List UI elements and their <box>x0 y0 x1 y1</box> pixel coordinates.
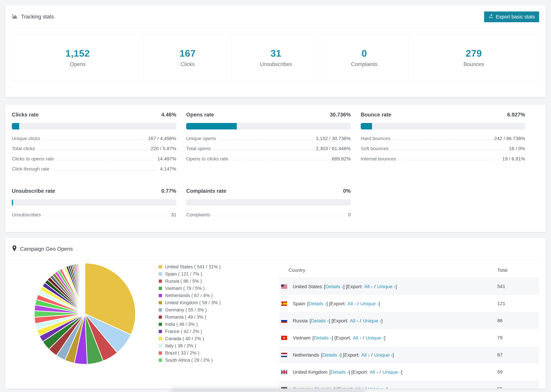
export-all-link[interactable]: All › <box>347 301 356 306</box>
country-cell: Spain[Details ›] [Export:All ›/Unique ›] <box>293 301 497 307</box>
geo-opens-pie-chart <box>34 262 136 365</box>
export-unique-link[interactable]: Unique › <box>366 335 384 341</box>
export-all-link[interactable]: All › <box>353 335 361 341</box>
bracket: ] <box>381 318 382 323</box>
rate-panel: Bounce rate 6.927% Hard bounces 242 / 86… <box>361 112 525 177</box>
rate-progress-fill <box>12 199 13 206</box>
legend-item: United States ( 541 / 31% ) <box>158 265 221 269</box>
rate-detail-row: Total opens 2,303 / 61.446% <box>186 146 351 151</box>
rate-detail-row: Unsubscribes 31 <box>12 212 176 217</box>
details-link[interactable]: Details › <box>331 369 349 375</box>
bracket: [ <box>307 301 309 306</box>
details-link[interactable]: Details › <box>325 284 343 289</box>
export-unique-link[interactable]: Unique › <box>374 352 393 358</box>
summary-stat-box: 31 Unsubscribes <box>232 34 320 81</box>
total-cell: 541 <box>497 284 539 289</box>
total-cell: 55 <box>497 386 539 389</box>
legend-label: Netherlands ( 67 / 4% ) <box>165 293 213 298</box>
export-all-link[interactable]: All › <box>370 369 378 375</box>
summary-stat-value: 31 <box>270 48 281 59</box>
rate-panel: Clicks rate 4.46% Unique clicks 167 / 4.… <box>12 112 176 177</box>
export-unique-link[interactable]: Unique › <box>382 369 401 375</box>
export-basic-stats-button[interactable]: Export basic stats <box>484 11 539 22</box>
legend-item: Russia ( 86 / 5% ) <box>158 279 221 283</box>
total-cell: 79 <box>497 335 539 341</box>
rate-detail-row: Total clicks 220 / 5.87% <box>12 146 176 151</box>
rate-progress-bar <box>361 123 525 129</box>
country-cell: United States[Details ›] [Export:All ›/U… <box>293 284 497 289</box>
rate-progress-fill <box>186 123 237 129</box>
total-cell: 59 <box>497 369 539 375</box>
export-label: ] [Export: <box>340 352 360 358</box>
rate-progress-fill <box>361 123 372 129</box>
bracket: ] <box>393 352 394 358</box>
country-name: Spain <box>293 301 305 306</box>
map-pin-icon <box>12 245 17 253</box>
bar-chart-icon <box>12 13 18 21</box>
total-cell: 86 <box>497 318 539 323</box>
country-flag-icon <box>281 370 287 374</box>
pie-slice-other <box>85 263 85 314</box>
summary-stat-label: Unsubscribes <box>260 61 292 67</box>
rate-title: Clicks rate <box>12 112 39 118</box>
details-link[interactable]: Details › <box>322 352 340 358</box>
legend-item: United Kingdom ( 59 / 3% ) <box>158 301 221 305</box>
bracket: ] <box>386 386 388 389</box>
legend-item: South Africa ( 29 / 2% ) <box>158 358 221 362</box>
legend-swatch <box>158 308 162 312</box>
rate-detail-label: Hard bounces <box>361 136 390 141</box>
geo-table: Country Total United States[Details ›] [… <box>279 263 539 389</box>
legend-swatch <box>158 329 162 333</box>
rate-detail-value: 19 / 6.81% <box>502 156 525 161</box>
legend-swatch <box>158 265 162 269</box>
country-flag-icon <box>281 284 287 289</box>
separator: / <box>365 386 366 389</box>
summary-stat-label: Opens <box>70 61 85 67</box>
dotted-leader <box>37 150 148 150</box>
rate-detail-value: 14.497% <box>157 156 177 161</box>
legend-label: Romania ( 49 / 3% ) <box>165 315 206 320</box>
geo-header: Campaign Geo Opens <box>5 238 546 260</box>
details-link[interactable]: Details › <box>314 335 332 341</box>
rate-value: 0% <box>343 188 351 194</box>
legend-label: Russia ( 86 / 5% ) <box>165 279 202 284</box>
details-link[interactable]: Details › <box>309 301 326 306</box>
rate-detail-value: 18 / 0% <box>509 146 525 151</box>
export-unique-link[interactable]: Unique › <box>360 301 379 306</box>
export-unique-link[interactable]: Unique › <box>363 318 381 323</box>
tracking-stats-header: Tracking stats Export basic stats <box>5 5 546 28</box>
footer-shadow-artifact <box>170 388 366 392</box>
rate-title: Complaints rate <box>186 188 226 194</box>
total-cell: 121 <box>497 301 539 306</box>
geo-table-header: Country Total <box>279 263 539 278</box>
dotted-leader <box>399 160 500 160</box>
rate-title: Opens rate <box>186 112 214 118</box>
rate-progress-bar <box>12 123 176 129</box>
dotted-leader <box>43 216 169 216</box>
export-all-link[interactable]: All › <box>350 318 358 323</box>
rate-detail-value: 2,303 / 61.446% <box>316 146 351 151</box>
export-unique-link[interactable]: Unique › <box>368 386 386 389</box>
dotted-leader <box>212 216 346 216</box>
country-cell: Vietnam[Details ›] [Export:All ›/Unique … <box>293 335 497 341</box>
dotted-leader <box>218 140 313 140</box>
legend-label: United States ( 541 / 31% ) <box>165 264 221 270</box>
export-unique-link[interactable]: Unique › <box>377 284 396 289</box>
export-all-link[interactable]: All › <box>361 352 370 358</box>
country-name: Netherlands <box>293 352 319 358</box>
rate-detail-row: Complaints 0 <box>186 212 351 217</box>
campaign-geo-opens-card: Campaign Geo Opens United States ( 541 /… <box>5 238 546 389</box>
legend-label: India ( 46 / 3% ) <box>165 322 198 327</box>
legend-item: Italy ( 36 / 2% ) <box>158 344 221 348</box>
details-link[interactable]: Details › <box>311 318 329 323</box>
dotted-leader <box>393 140 492 140</box>
rate-detail-value: 4.147% <box>160 166 176 171</box>
geo-table-row: United States[Details ›] [Export:All ›/U… <box>279 278 539 295</box>
legend-label: France ( 42 / 2% ) <box>165 329 202 334</box>
geo-table-row: Vietnam[Details ›] [Export:All ›/Unique … <box>279 329 539 346</box>
export-all-link[interactable]: All › <box>364 284 373 289</box>
geo-table-body: United States[Details ›] [Export:All ›/U… <box>279 278 539 389</box>
geo-content: United States ( 541 / 31% ) Spain ( 121 … <box>5 260 546 388</box>
legend-swatch <box>158 287 162 290</box>
legend-label: Italy ( 36 / 2% ) <box>165 343 196 349</box>
